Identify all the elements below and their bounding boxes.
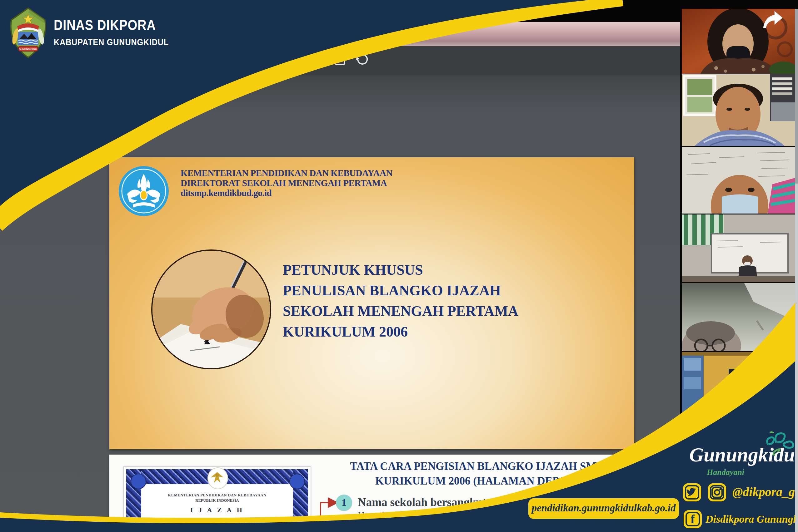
website-ribbon: pendidikan.gunungkidulkab.go.id bbox=[527, 497, 680, 520]
footer-brand: Gunungkidul bbox=[689, 443, 798, 467]
agency-name: DINAS DIKPORA bbox=[54, 16, 156, 33]
footer-tagline: Handayani bbox=[707, 468, 744, 477]
crest-banner-text: GUNUNGKIDUL bbox=[19, 48, 37, 51]
instagram-icon[interactable] bbox=[708, 483, 726, 501]
facebook-name: Disdikpora Gunungkidul bbox=[706, 513, 798, 525]
gunungkidul-regency-crest: GUNUNGKIDUL bbox=[8, 7, 49, 59]
frame-overlay bbox=[0, 0, 798, 532]
instagram-handle: @dikpora_gk bbox=[732, 484, 798, 499]
meeting-window: 12 / 55 − 100% + bbox=[0, 0, 798, 532]
facebook-icon[interactable]: f bbox=[684, 510, 702, 528]
agency-region: KABUPATEN GUNUNGKIDUL bbox=[54, 37, 169, 48]
twitter-icon[interactable] bbox=[683, 483, 701, 501]
window-scrollbar-thumb[interactable] bbox=[795, 9, 798, 184]
